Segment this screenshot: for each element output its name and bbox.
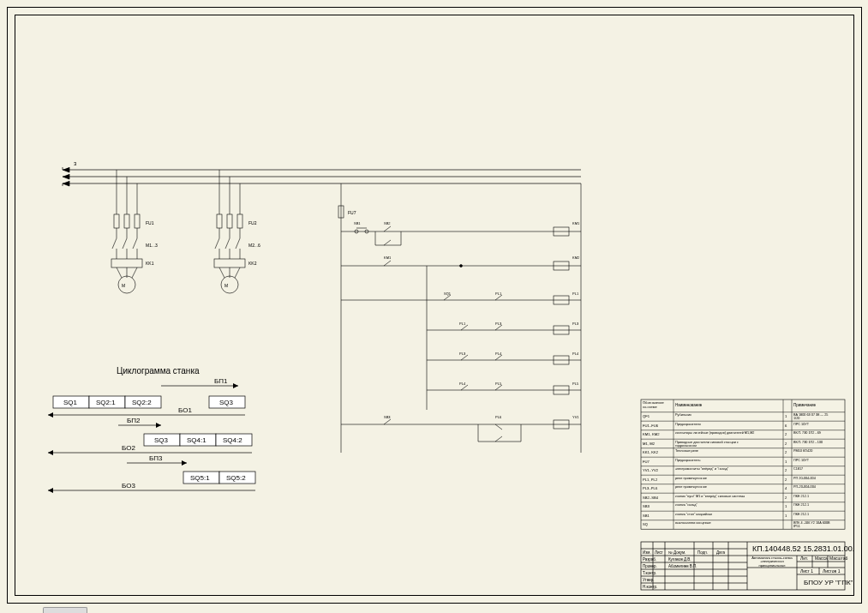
svg-line-15 (123, 238, 127, 249)
drawing-frame: 3 (15, 15, 854, 596)
svg-text:PL1: PL1 (459, 322, 466, 326)
cyc-sq1: SQ1 (63, 399, 78, 406)
svg-text:1: 1 (785, 514, 787, 518)
svg-marker-130 (48, 488, 53, 493)
svg-line-21 (117, 267, 122, 278)
cyc-r2-2: SQ4:2 (223, 436, 242, 444)
svg-text:реле промежуточное: реле промежуточное (675, 477, 707, 480)
tb-tkontr: T.контр. (643, 571, 656, 575)
svg-line-14 (112, 238, 117, 249)
tb-name1: Кулаков Д.В. (668, 557, 691, 562)
cyc-r2-1: SQ4:1 (187, 436, 207, 444)
svg-text:2: 2 (785, 432, 787, 436)
tb-listov: Листов 1 (823, 568, 841, 574)
svg-text:PL3..PL6: PL3..PL6 (643, 486, 658, 490)
tb-mashtab: Масштаб (829, 556, 848, 561)
svg-text:Наименование: Наименование (675, 403, 703, 407)
svg-line-89 (495, 436, 502, 442)
svg-text:SB3: SB3 (643, 504, 650, 508)
svg-text:РП 20-004-004: РП 20-004-004 (793, 477, 816, 480)
tb-center: Автоматика станка-схема электрическая пр… (749, 556, 795, 568)
svg-point-45 (221, 276, 238, 293)
tb-massa: Масса (815, 556, 828, 561)
motor-branch-2: M (214, 170, 245, 293)
svg-text:IP51: IP51 (793, 525, 800, 528)
title-block: КП.140448.52 15.2831.01.00.ЭЗ (641, 542, 853, 590)
svg-text:1: 1 (785, 504, 787, 508)
tb-institution: БПОУ УР "ГПК" (804, 579, 853, 586)
svg-text:PL6: PL6 (495, 415, 502, 419)
svg-line-16 (133, 238, 137, 249)
svg-text:SB1: SB1 (354, 221, 361, 225)
svg-text:ПКЕ 212.1: ПКЕ 212.1 (793, 495, 809, 498)
svg-line-42 (219, 267, 224, 278)
svg-text:ПРС 10УТ: ПРС 10УТ (793, 459, 810, 462)
kk2-label: KK2 (248, 261, 257, 266)
cyc-bo1: БО1 (178, 406, 192, 414)
svg-rect-10 (135, 214, 140, 228)
svg-text:выключатели концевые: выключатели концевые (675, 521, 711, 525)
svg-text:KM1: KM1 (572, 221, 580, 225)
svg-line-55 (384, 226, 391, 231)
svg-text:Предохранитель: Предохранитель (675, 459, 700, 462)
svg-text:SB2: SB2 (384, 221, 391, 225)
svg-text:на схеме: на схеме (643, 405, 657, 409)
svg-marker-124 (48, 450, 53, 455)
svg-text:M: M (224, 283, 228, 288)
svg-text:SB3: SB3 (384, 415, 391, 419)
spec-table: Обозначениена схемеНаименованиеПримечани… (641, 400, 845, 529)
svg-text:2: 2 (785, 468, 787, 472)
cyc-sq3: SQ3 (219, 399, 234, 406)
svg-text:ВК71 730 1П2 - 130: ВК71 730 1П2 - 130 (793, 441, 823, 444)
cyc-bp1: БП1 (214, 377, 228, 385)
svg-text:PL1: PL1 (495, 291, 502, 296)
svg-text:YV1..YV2: YV1..YV2 (643, 468, 659, 472)
svg-text:Тепловые реле: Тепловые реле (675, 449, 698, 453)
svg-text:PL3: PL3 (459, 352, 466, 356)
svg-marker-115 (233, 383, 238, 388)
svg-rect-30 (227, 214, 232, 228)
rung-labels: SB1SB2KM1 KM1KM2 SQ1PL1PL1 PL1PL3PL3 PL3… (354, 221, 580, 419)
control-rungs (341, 226, 581, 442)
svg-text:электромагниты "впёред" и "наз: электромагниты "впёред" и "назад" (675, 467, 729, 471)
svg-rect-9 (124, 214, 129, 228)
svg-text:SB1: SB1 (643, 514, 650, 518)
svg-point-24 (118, 276, 135, 293)
svg-rect-29 (217, 214, 222, 228)
tb-razrab: Разраб. (643, 557, 656, 562)
svg-text:ПРС 10УТ: ПРС 10УТ (793, 423, 810, 426)
svg-text:ВК71 730 1П2 - 69: ВК71 730 1П2 - 69 (793, 431, 821, 435)
cyc-bo2: БО2 (122, 444, 135, 452)
svg-text:M: M (122, 283, 125, 288)
svg-text:QF1: QF1 (643, 414, 650, 418)
svg-text:РМ10 КО420: РМ10 КО420 (793, 449, 812, 453)
tb-data: Дата (716, 550, 725, 555)
svg-text:1/20: 1/20 (793, 417, 799, 420)
svg-text:PL4: PL4 (572, 352, 579, 356)
svg-text:Рубильник: Рубильник (675, 413, 691, 417)
svg-text:PL1: PL1 (572, 291, 579, 296)
drawing-page: 3 (7, 7, 862, 604)
cyc-sq22: SQ2:2 (132, 399, 152, 406)
sheet-tab[interactable] (43, 607, 87, 613)
bus-lines (63, 167, 581, 186)
svg-text:KM1, KM2: KM1, KM2 (643, 432, 660, 436)
svg-text:контакторы линейные (приводов): контакторы линейные (приводов) двигателе… (675, 431, 754, 435)
svg-line-23 (132, 267, 137, 278)
svg-text:ПКЕ 212.1: ПКЕ 212.1 (793, 503, 809, 507)
svg-line-35 (215, 238, 219, 249)
tb-lit: Лит. (800, 556, 808, 561)
svg-text:SQ1: SQ1 (444, 291, 452, 296)
svg-rect-41 (214, 259, 245, 267)
svg-text:PL3: PL3 (572, 322, 579, 326)
tb-podp: Подп. (697, 550, 708, 555)
svg-text:2: 2 (785, 450, 787, 454)
svg-text:С1817: С1817 (793, 467, 803, 471)
svg-text:SB2..SB4: SB2..SB4 (643, 496, 659, 500)
svg-text:FU7: FU7 (348, 210, 356, 215)
svg-text:1: 1 (785, 414, 787, 418)
svg-text:гидронасосом: гидронасосом (675, 444, 697, 448)
cyc-r3-1: SQ5:2 (226, 474, 246, 482)
svg-line-36 (225, 238, 230, 249)
svg-text:ПКЕ 212.1: ПКЕ 212.1 (793, 513, 809, 516)
